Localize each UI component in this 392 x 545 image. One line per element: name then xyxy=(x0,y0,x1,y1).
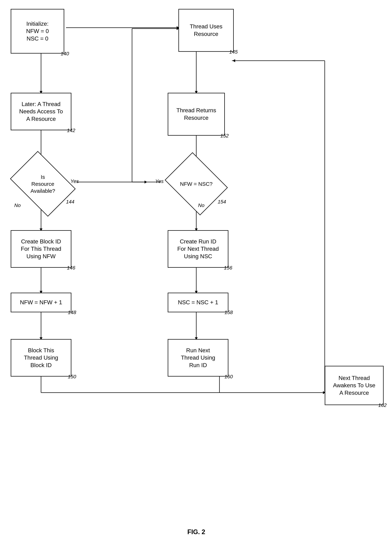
nfw-nsc-yes-label: Yes xyxy=(155,179,164,184)
later-thread-box: Later: A Thread Needs Access To A Resour… xyxy=(11,93,71,130)
thread-returns-resource-label: 152 xyxy=(220,133,229,139)
nfw-increment-text: NFW = NFW + 1 xyxy=(20,299,62,306)
initialize-box: Initialize: NFW = 0 NSC = 0 xyxy=(11,9,64,54)
nfw-increment-label: 148 xyxy=(68,310,76,315)
create-run-id-box: Create Run ID For Next Thread Using NSC xyxy=(168,230,228,268)
later-thread-label: 142 xyxy=(67,128,75,133)
later-thread-text: Later: A Thread Needs Access To A Resour… xyxy=(19,100,63,123)
resource-no-label: No xyxy=(14,203,21,208)
nfw-nsc-label: 154 xyxy=(218,199,226,205)
block-thread-label: 150 xyxy=(68,374,76,380)
thread-returns-resource-box: Thread Returns Resource xyxy=(168,93,225,136)
nfw-nsc-no-label: No xyxy=(198,203,204,208)
flowchart-arrows xyxy=(0,0,392,545)
is-resource-available-diamond: Is Resource Available? xyxy=(16,164,70,204)
run-next-thread-box: Run Next Thread Using Run ID xyxy=(168,339,228,377)
resource-yes-label: Yes xyxy=(70,179,79,184)
next-thread-awakens-text: Next Thread Awakens To Use A Resource xyxy=(333,374,375,397)
svg-marker-5 xyxy=(145,181,147,183)
block-thread-box: Block This Thread Using Block ID xyxy=(11,339,71,377)
fig-label: FIG. 2 xyxy=(170,528,223,536)
diagram-container: Initialize: NFW = 0 NSC = 0 140 Thread U… xyxy=(0,0,392,545)
thread-returns-resource-text: Thread Returns Resource xyxy=(177,107,216,122)
initialize-text: Initialize: NFW = 0 NSC = 0 xyxy=(26,20,49,43)
nsc-increment-box: NSC = NSC + 1 xyxy=(168,293,228,312)
svg-marker-36 xyxy=(233,59,235,62)
nsc-increment-label: 158 xyxy=(224,310,233,315)
run-next-thread-label: 160 xyxy=(224,374,233,380)
create-block-id-label: 146 xyxy=(67,265,75,271)
thread-uses-resource-text: Thread Uses Resource xyxy=(190,23,222,38)
is-resource-available-label: 144 xyxy=(66,199,74,205)
thread-uses-resource-label: 145 xyxy=(229,49,238,55)
create-block-id-box: Create Block ID For This Thread Using NF… xyxy=(11,230,71,268)
next-thread-awakens-label: 162 xyxy=(378,403,387,408)
next-thread-awakens-box: Next Thread Awakens To Use A Resource xyxy=(325,366,384,405)
create-run-id-text: Create Run ID For Next Thread Using NSC xyxy=(177,238,219,260)
nfw-nsc-text: NFW = NSC? xyxy=(180,180,213,187)
initialize-label: 140 xyxy=(61,51,69,56)
thread-uses-resource-box: Thread Uses Resource xyxy=(178,9,234,52)
run-next-thread-text: Run Next Thread Using Run ID xyxy=(181,347,215,369)
block-thread-text: Block This Thread Using Block ID xyxy=(24,347,58,369)
nfw-nsc-diamond: NFW = NSC? xyxy=(171,164,221,204)
nsc-increment-text: NSC = NSC + 1 xyxy=(178,299,218,306)
nfw-increment-box: NFW = NFW + 1 xyxy=(11,293,71,312)
is-resource-available-text: Is Resource Available? xyxy=(31,173,55,194)
create-block-id-text: Create Block ID For This Thread Using NF… xyxy=(21,238,61,260)
create-run-id-label: 156 xyxy=(224,265,232,271)
